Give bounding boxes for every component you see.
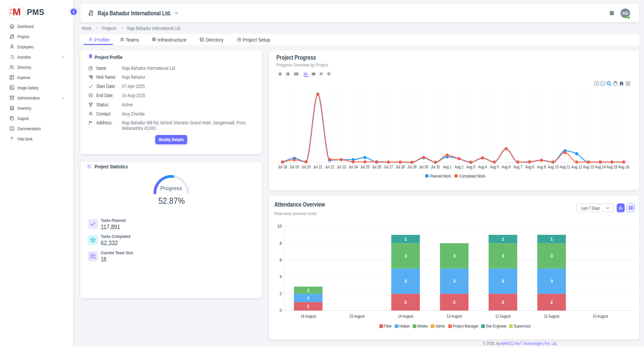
- svg-text:Jul 21: Jul 21: [313, 165, 322, 169]
- svg-text:8: 8: [279, 241, 282, 246]
- svg-text:Aug 13: Aug 13: [583, 165, 594, 169]
- svg-text:2: 2: [453, 300, 455, 305]
- svg-text:Aug 5: Aug 5: [490, 165, 499, 169]
- svg-text:Jul 22: Jul 22: [325, 165, 334, 169]
- svg-text:Aug 2: Aug 2: [455, 165, 464, 169]
- svg-text:Aug 10: Aug 10: [548, 165, 559, 169]
- svg-text:2: 2: [550, 300, 553, 305]
- svg-text:Helper: Helper: [399, 324, 410, 329]
- svg-text:6: 6: [279, 258, 282, 262]
- svg-text:3: 3: [502, 278, 504, 284]
- svg-text:Completed Work: Completed Work: [459, 174, 485, 179]
- svg-text:Jul 28: Jul 28: [396, 165, 405, 169]
- svg-text:3: 3: [404, 253, 407, 258]
- svg-text:Aug 1: Aug 1: [443, 165, 452, 169]
- svg-text:3: 3: [550, 253, 553, 258]
- svg-text:Aug 3: Aug 3: [466, 165, 475, 169]
- svg-text:Jul 23: Jul 23: [337, 165, 346, 169]
- svg-text:Welder: Welder: [417, 324, 428, 329]
- svg-text:Fitter: Fitter: [384, 324, 392, 329]
- svg-text:10: 10: [277, 224, 282, 229]
- svg-text:14 August: 14 August: [398, 314, 413, 319]
- svg-text:Aug 9: Aug 9: [537, 165, 546, 169]
- svg-text:3: 3: [404, 278, 407, 284]
- svg-text:Jul 31: Jul 31: [431, 165, 440, 169]
- svg-text:10 August: 10 August: [593, 314, 608, 319]
- svg-text:1: 1: [307, 288, 309, 293]
- svg-text:1: 1: [307, 296, 309, 301]
- svg-text:Aug 15: Aug 15: [607, 165, 617, 169]
- svg-text:16 August: 16 August: [301, 314, 316, 319]
- svg-text:1: 1: [502, 237, 504, 242]
- svg-text:1: 1: [307, 304, 309, 309]
- svg-text:13 August: 13 August: [447, 314, 462, 319]
- svg-text:4: 4: [279, 274, 282, 279]
- svg-text:Project Manager: Project Manager: [453, 324, 479, 329]
- svg-text:15 August: 15 August: [349, 314, 365, 319]
- svg-text:Aug 12: Aug 12: [571, 165, 582, 169]
- svg-text:Aug 11: Aug 11: [560, 165, 570, 169]
- svg-text:11 August: 11 August: [544, 314, 559, 319]
- svg-text:Jul 20: Jul 20: [302, 165, 311, 169]
- svg-text:Jul 26: Jul 26: [372, 165, 381, 169]
- svg-text:3: 3: [502, 253, 504, 258]
- svg-text:1: 1: [550, 237, 553, 242]
- svg-text:Jul 19: Jul 19: [290, 165, 299, 169]
- svg-text:3: 3: [550, 278, 553, 284]
- svg-text:Aug 16: Aug 16: [618, 165, 629, 169]
- svg-text:0: 0: [279, 308, 282, 313]
- svg-text:M: M: [13, 6, 21, 17]
- svg-text:Admin: Admin: [435, 324, 445, 329]
- svg-text:Aug 4: Aug 4: [478, 165, 487, 169]
- svg-text:Aug 7: Aug 7: [513, 165, 522, 169]
- svg-text:Jul 18: Jul 18: [278, 165, 287, 169]
- svg-text:Jul 25: Jul 25: [360, 165, 370, 169]
- svg-text:3: 3: [453, 253, 455, 258]
- svg-text:Aug 6: Aug 6: [502, 165, 511, 169]
- svg-text:Jul 27: Jul 27: [384, 165, 393, 169]
- svg-text:Jul 30: Jul 30: [419, 165, 428, 169]
- svg-text:12 August: 12 August: [495, 314, 511, 319]
- svg-text:Jul 24: Jul 24: [349, 165, 358, 169]
- svg-text:Supervisor: Supervisor: [514, 324, 531, 329]
- svg-text:Jul 29: Jul 29: [407, 165, 417, 169]
- svg-text:Aug 14: Aug 14: [595, 165, 606, 169]
- svg-text:2: 2: [279, 291, 282, 296]
- svg-text:1: 1: [404, 237, 407, 242]
- svg-text:Site Engineer: Site Engineer: [486, 324, 507, 329]
- svg-text:Planned Work: Planned Work: [430, 174, 451, 179]
- svg-text:2: 2: [502, 300, 504, 305]
- svg-text:2: 2: [404, 300, 407, 305]
- svg-text:Aug 8: Aug 8: [525, 165, 534, 169]
- svg-text:3: 3: [453, 278, 455, 284]
